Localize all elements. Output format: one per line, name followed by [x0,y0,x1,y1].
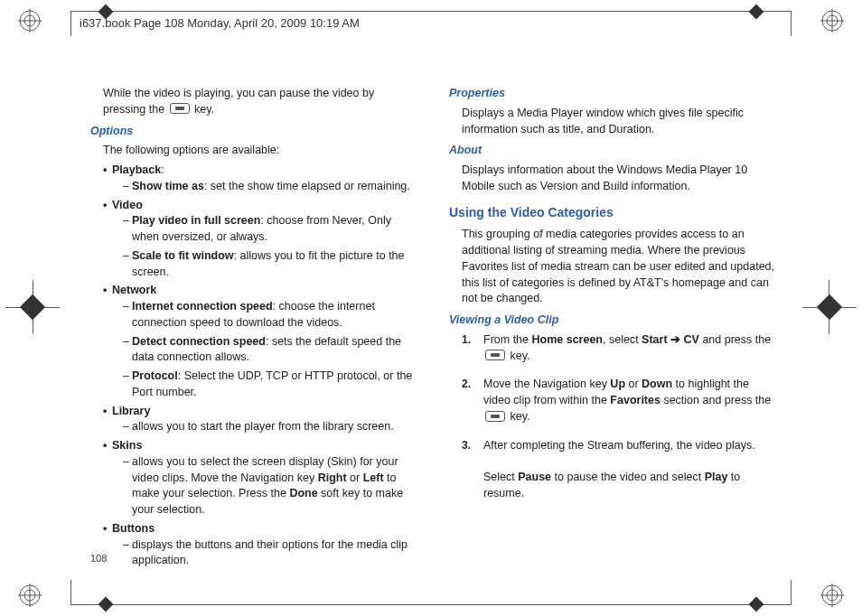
properties-body: Displays a Media Player window which giv… [462,106,777,138]
txt: After completing the Stream buffering, t… [483,439,755,452]
opt-buttons: Buttons displays the buttons and their o… [103,521,418,569]
about-heading: About [449,143,777,159]
label: Skins [112,439,142,452]
txt: Play [705,471,728,483]
txt: , select [603,333,642,346]
list-item: Play video in full screen: choose from N… [123,213,418,246]
step-3: 3. After completing the Stream buffering… [462,438,777,502]
list-item: Show time as: set the show time elapsed … [123,179,418,195]
txt: Move the Navigation key [483,378,610,390]
txt: From the [483,333,532,346]
txt: or [625,378,642,390]
txt: key. [507,350,529,362]
regmark-br [820,583,844,607]
txt: or [347,471,363,484]
txt: section and press the [661,394,771,406]
frame-line [70,604,791,605]
frame-line [70,11,71,36]
txt: Down [642,378,672,390]
num: 1. [462,332,471,348]
list-item: Scale to fit window: allows you to fit t… [123,248,418,281]
frame-line [70,11,791,12]
txt: Pause [518,471,551,483]
label: Playback [112,163,161,176]
txt: Select [483,471,518,483]
svg-rect-17 [817,294,842,320]
desc: allows you to start the player from the … [132,420,394,433]
label: Play video in full screen [132,214,260,227]
properties-heading: Properties [449,86,777,102]
step-2: 2. Move the Navigation key Up or Down to… [462,377,777,425]
label: Buttons [112,522,155,535]
diamond-br [748,596,764,612]
desc: displays the buttons and their options f… [132,538,408,567]
txt: key. [507,410,529,423]
intro-b: key. [192,103,214,116]
num: 3. [462,438,471,453]
label: Show time as [132,180,204,192]
arrow-icon: ➔ [668,333,684,346]
txt: Left [363,471,384,484]
txt: and press the [699,333,771,346]
svg-rect-21 [98,597,114,612]
svg-rect-16 [20,294,45,320]
header-stamp: i637.book Page 108 Monday, April 20, 200… [80,16,360,30]
num: 2. [462,377,471,392]
regmark-tl [18,9,42,33]
options-list: Playback: Show time as: set the show tim… [103,163,418,569]
label: Video [112,199,143,211]
list-item: Internet connection speed: choose the in… [123,299,418,331]
label: Library [112,405,150,417]
opt-playback: Playback: Show time as: set the show tim… [103,163,418,195]
intro-a: While the video is playing, you can paus… [103,87,374,116]
step-1: 1. From the Home screen, select Start ➔ … [462,332,777,365]
desc: : set the show time elapsed or remaining… [204,180,410,192]
list-item: allows you to start the player from the … [123,419,418,435]
regmark-tr [820,9,844,33]
txt: Right [318,471,347,484]
label: Detect connection speed [132,335,266,348]
txt: Up [610,378,625,390]
label: Internet connection speed [132,300,273,313]
diamond-bl [98,596,114,612]
svg-rect-18 [749,5,764,20]
viewing-heading: Viewing a Video Clip [449,313,777,329]
frame-line [70,580,71,605]
frame-line [791,11,792,36]
label: Network [112,284,156,296]
options-heading: Options [90,124,418,140]
txt: Favorites [610,394,661,406]
options-intro: The following options are available: [103,143,418,159]
page-number: 108 [90,553,107,564]
list-item: Detect connection speed: sets the defaul… [123,334,418,367]
intro: While the video is playing, you can paus… [103,86,418,118]
txt: Done [289,487,317,499]
about-body: Displays information about the Windows M… [462,163,777,195]
regmark-bl [18,583,42,607]
left-column: While the video is playing, you can paus… [90,86,418,555]
txt: Home screen [532,333,604,346]
opt-skins: Skins allows you to select the screen di… [103,438,418,518]
txt: to pause the video and select [551,471,705,483]
categories-heading: Using the Video Categories [449,204,777,222]
opt-video: Video Play video in full screen: choose … [103,198,418,281]
txt: Start [642,333,667,346]
content: While the video is playing, you can paus… [90,86,777,555]
right-column: Properties Displays a Media Player windo… [449,86,777,555]
opt-library: Library allows you to start the player f… [103,404,418,436]
key-icon [485,350,505,360]
list-item: displays the buttons and their options f… [123,537,418,570]
svg-rect-19 [749,597,764,612]
label: Protocol [132,369,178,382]
list-item: Protocol: Select the UDP, TCP or HTTP pr… [123,369,418,401]
opt-network: Network Internet connection speed: choos… [103,283,418,400]
diamond-tr [748,4,764,20]
key-icon [485,411,505,422]
categories-body: This grouping of media categories provid… [462,227,777,307]
list-item: allows you to select the screen display … [123,454,418,518]
page: i637.book Page 108 Monday, April 20, 200… [0,0,862,616]
key-icon [170,103,190,114]
label: Scale to fit window [132,249,234,262]
frame-line [791,580,792,605]
steps: 1. From the Home screen, select Start ➔ … [462,332,777,502]
